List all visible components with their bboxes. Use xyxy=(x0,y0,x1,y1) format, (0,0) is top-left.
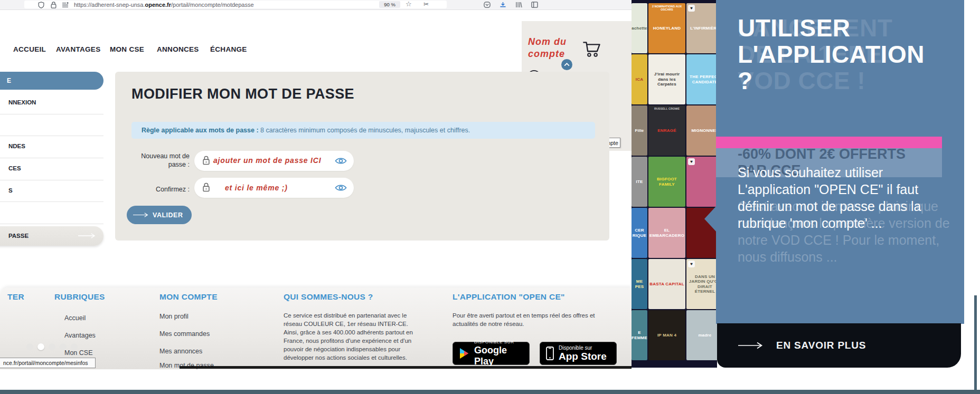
poster-tile[interactable]: ME PES xyxy=(632,259,647,309)
promo-carousel-panel: LANCEMENT DE LA 1ERE VOD CCE ! UTILISER … xyxy=(716,0,964,324)
app-store-badge[interactable]: Disponible surApp Store xyxy=(540,342,617,365)
carousel-dot[interactable] xyxy=(49,343,55,350)
footer-link-accueil[interactable]: Accueil xyxy=(64,314,86,322)
sidebar-item-mot-de-passe[interactable]: PASSE xyxy=(0,226,103,246)
page-title: MODIFIER MON MOT DE PASSE xyxy=(131,86,354,102)
poster-column: 2 NOMINATIONS AUX OSCARSHONEYLAND J'irai… xyxy=(648,3,685,360)
poster-tile[interactable]: CER RIQUE xyxy=(632,208,647,258)
favorite-heart-icon[interactable]: ♥ xyxy=(688,158,695,165)
chevron-up-icon[interactable] xyxy=(561,59,572,70)
valider-button[interactable]: VALIDER xyxy=(127,206,192,224)
poster-tile[interactable]: achette xyxy=(632,3,647,53)
sidebar-toggle-icon[interactable] xyxy=(531,2,538,8)
divider xyxy=(0,136,103,136)
arrow-right-icon xyxy=(78,233,96,239)
eye-icon[interactable] xyxy=(335,184,347,192)
sidebar-active-top-item[interactable]: E xyxy=(0,72,103,90)
sidebar-item-connexion[interactable]: NNEXION xyxy=(8,99,36,105)
en-savoir-plus-link[interactable]: EN SAVOIR PLUS xyxy=(776,340,866,351)
promo-message: Si vous souhaitez utiliser L'application… xyxy=(738,164,921,232)
shield-icon[interactable] xyxy=(38,2,44,8)
poster-tile-basta-capital[interactable]: BASTA CAPITAL xyxy=(648,259,685,309)
carousel-dot[interactable] xyxy=(60,343,67,350)
poster-tile[interactable]: ITE xyxy=(632,157,647,207)
bookmark-star-icon[interactable]: ☆ xyxy=(406,1,412,8)
poster-tile-embarcadero[interactable]: EL EMBARCADERO xyxy=(648,208,685,258)
screenshot-scissors-icon[interactable]: ✂ xyxy=(423,1,429,8)
poster-tile-enrage[interactable]: RUSSELL CROWEENRAGÉ xyxy=(648,105,685,156)
poster-tile-perfect-candidate[interactable]: THE PERFECT CANDIDATE xyxy=(686,54,717,104)
zoom-level-badge[interactable]: 90 % xyxy=(379,1,400,8)
divider xyxy=(0,180,103,180)
new-password-label: Nouveau mot de passe : xyxy=(128,152,190,169)
eye-icon[interactable] xyxy=(335,157,347,165)
pocket-icon[interactable] xyxy=(484,2,491,8)
lock-icon[interactable] xyxy=(51,2,56,8)
bottom-edge-bar xyxy=(0,390,980,394)
footer-link-mon-profil[interactable]: Mon profil xyxy=(159,313,189,320)
footer-compte-title: MON COMPTE xyxy=(159,292,218,302)
download-icon[interactable] xyxy=(500,2,506,8)
poster-tile[interactable]: ICA xyxy=(632,54,647,104)
site-footer: TER RUBRIQUES Accueil Avantages Mon CSE … xyxy=(0,287,632,369)
url-text[interactable]: https://adherent-snep-unsa.opence.fr/por… xyxy=(74,2,254,8)
new-password-input[interactable]: ajouter un mot de passe ICI xyxy=(194,151,354,171)
library-icon[interactable] xyxy=(515,2,522,8)
footer-app-text: Pour être averti partout et en temps rée… xyxy=(453,311,611,328)
lock-icon xyxy=(203,156,210,165)
footer-link-mon-cse[interactable]: Mon CSE xyxy=(64,349,93,357)
favorite-heart-icon[interactable]: ♥ xyxy=(688,261,695,267)
nav-annonces[interactable]: ANNONCES xyxy=(157,45,199,53)
footer-link-mes-commandes[interactable]: Mes commandes xyxy=(159,330,210,338)
poster-tile-honeyland[interactable]: 2 NOMINATIONS AUX OSCARSHONEYLAND xyxy=(648,3,685,53)
nav-mon-cse[interactable]: MON CSE xyxy=(110,45,144,53)
poster-tile-bigfoot[interactable]: BIGFOOT FAMILY xyxy=(648,157,685,207)
poster-tile[interactable]: Fille xyxy=(632,105,647,156)
confirm-password-input[interactable]: et ici le même ;) xyxy=(194,178,354,198)
footer-about-text: Ce service est distribué en partenariat … xyxy=(284,311,420,362)
promo-title: UTILISER L'APPLICATION ? xyxy=(738,15,925,94)
nav-echange[interactable]: ÉCHANGE xyxy=(210,45,247,53)
carousel-dot[interactable] xyxy=(71,343,78,350)
footer-link-avantages[interactable]: Avantages xyxy=(64,332,96,339)
divider xyxy=(0,224,103,224)
nav-avantages[interactable]: AVANTAGES xyxy=(56,45,100,53)
sidebar-item[interactable]: S xyxy=(8,187,13,194)
divider xyxy=(0,201,103,202)
promo-cta-panel[interactable]: EN SAVOIR PLUS xyxy=(717,323,961,368)
right-edge-bar xyxy=(974,295,977,394)
permissions-icon[interactable] xyxy=(62,2,69,8)
carousel-dot[interactable] xyxy=(26,343,33,350)
poster-tile[interactable]: ♥ xyxy=(686,157,717,207)
vod-poster-collage: achette ICA Fille ITE CER RIQUE ME PES E… xyxy=(632,0,717,368)
annotation-new-password: ajouter un mot de passe ICI xyxy=(213,156,321,165)
poster-tile-jardin-eternel[interactable]: ♥DANS UN JARDIN QU'ON DIRAIT ÉTERNEL xyxy=(686,259,717,309)
footer-app-title: L'APPLICATION "OPEN CE" xyxy=(453,292,565,302)
footer-rubriques-title: RUBRIQUES xyxy=(54,292,105,302)
sidebar-item-annonces[interactable]: CES xyxy=(8,165,21,171)
cart-icon[interactable] xyxy=(582,40,602,57)
carousel-dot-active[interactable] xyxy=(37,343,44,350)
poster-tile[interactable]: E FEMME xyxy=(632,310,647,360)
nav-accueil[interactable]: ACCUEIL xyxy=(13,45,46,53)
poster-column: achette ICA Fille ITE CER RIQUE ME PES E… xyxy=(632,3,647,360)
poster-tile-infirmiere[interactable]: ♥L'INFIRMIÈRE xyxy=(686,3,717,53)
carousel-pointer-triangle xyxy=(704,205,717,233)
arrow-right-icon xyxy=(738,342,764,349)
footer-about-title: QUI SOMMES-NOUS ? xyxy=(284,292,373,302)
google-play-badge[interactable]: DISPONIBLE SURGoogle Play xyxy=(453,342,530,365)
divider xyxy=(0,114,103,114)
google-play-icon xyxy=(459,348,469,359)
favorite-heart-icon[interactable]: ♥ xyxy=(688,5,695,12)
lock-icon xyxy=(203,182,210,192)
poster-tile-ip-man[interactable]: IP MAN 4 xyxy=(648,310,685,360)
annotation-confirm-password: et ici le même ;) xyxy=(225,184,288,192)
account-name-annotation: Nom du compte xyxy=(528,36,567,60)
footer-link-mes-annonces[interactable]: Mes annonces xyxy=(159,348,202,355)
poster-tile-mignonnes[interactable]: MIGNONNES xyxy=(686,105,717,156)
footer-partial-heading: TER xyxy=(7,292,24,302)
sidebar-item-commandes[interactable]: NDES xyxy=(8,143,25,149)
poster-tile-carpates[interactable]: J'irai mourir dans les Carpates xyxy=(648,54,685,104)
smartphone-icon xyxy=(546,347,554,360)
poster-tile-madre[interactable]: madre xyxy=(686,310,717,360)
